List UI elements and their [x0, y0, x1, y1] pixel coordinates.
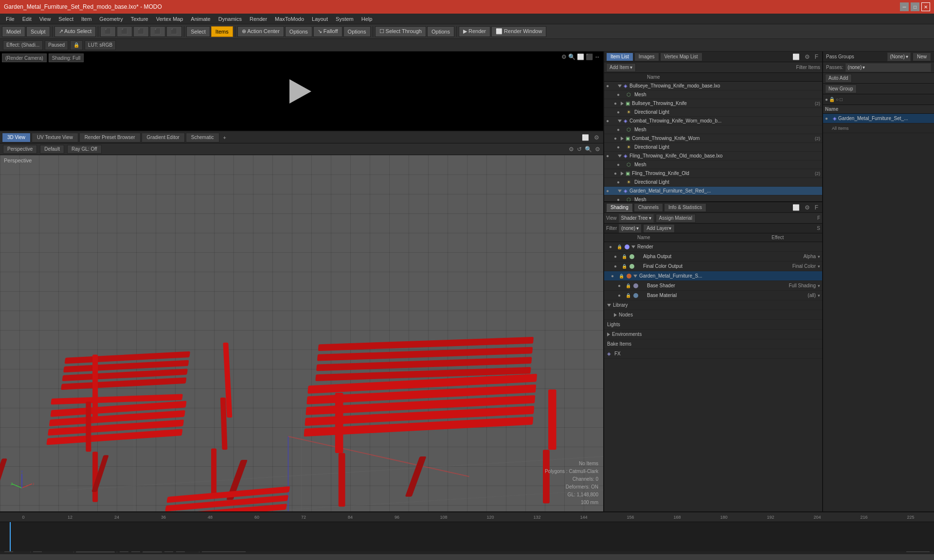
channels-tab[interactable]: Channels: [634, 203, 663, 212]
menu-system[interactable]: System: [332, 15, 358, 23]
preview-icon-2[interactable]: 🔍: [568, 53, 575, 60]
expand-arrow[interactable]: [621, 137, 624, 140]
shading-f-btn[interactable]: F: [817, 215, 820, 221]
menu-animate[interactable]: Animate: [187, 15, 214, 23]
expand-arrow[interactable]: [618, 190, 622, 192]
menu-help[interactable]: Help: [358, 15, 377, 23]
visibility-icon[interactable]: ●: [617, 109, 623, 115]
shading-option[interactable]: Shading: Full: [49, 53, 84, 62]
shading-filter[interactable]: F: [813, 204, 820, 211]
tab-render-preset[interactable]: Render Preset Browser: [79, 133, 141, 142]
menu-geometry[interactable]: Geometry: [95, 15, 126, 23]
select-tab-button[interactable]: Select: [186, 26, 210, 37]
add-layer-button[interactable]: Add Layer ▾: [643, 224, 675, 233]
expand-arrow[interactable]: [621, 172, 624, 175]
effect-dropdown[interactable]: ▾: [818, 293, 820, 298]
tab-schematic[interactable]: Schematic: [186, 133, 219, 142]
viewport-maximize-icon[interactable]: ⚙: [569, 146, 574, 153]
expand-tri[interactable]: [614, 313, 617, 317]
viewport-options-icon[interactable]: ⚙: [595, 146, 600, 153]
info-statistics-tab[interactable]: Info & Statistics: [664, 203, 706, 212]
viewport-settings-icon[interactable]: ⚙: [592, 134, 601, 141]
raygl-toggle[interactable]: Ray GL: Off: [67, 145, 102, 154]
list-item[interactable]: ● ◈ Garden_Metal_Furniture_Set_Red_...: [604, 187, 822, 195]
visibility-icon[interactable]: ●: [617, 179, 623, 185]
list-item[interactable]: ● ▣ Fling_Throwing_Knife_Old (2): [604, 169, 822, 178]
shading-settings[interactable]: ⚙: [803, 204, 812, 211]
add-viewport-tab[interactable]: +: [220, 135, 229, 140]
new-pass-group-button[interactable]: New: [913, 52, 931, 61]
tab-uv-texture[interactable]: UV Texture View: [32, 133, 78, 142]
expand-tri[interactable]: [607, 332, 610, 336]
shader-lock-icon[interactable]: 🔒: [626, 283, 631, 288]
tool-btn-5[interactable]: ⬛: [166, 26, 182, 37]
close-button[interactable]: ✕: [921, 2, 930, 11]
effect-dropdown[interactable]: ▾: [818, 254, 820, 259]
shading-expand[interactable]: ⬜: [790, 204, 802, 211]
visibility-icon[interactable]: ●: [617, 127, 623, 132]
items-tab-button[interactable]: Items: [211, 26, 233, 37]
viewport-fit-icon[interactable]: 🔍: [585, 146, 592, 153]
visibility-icon[interactable]: ●: [617, 162, 623, 167]
list-item[interactable]: ● ⬡ Mesh: [604, 160, 822, 169]
pass-groups-dropdown[interactable]: (None) ▾: [887, 52, 911, 61]
tool-btn-4[interactable]: ⬛: [150, 26, 165, 37]
tool-btn-3[interactable]: ⬛: [133, 26, 149, 37]
preview-icon-1[interactable]: ⚙: [561, 53, 567, 60]
fx-section[interactable]: ◈ FX: [604, 349, 822, 359]
perspective-dropdown[interactable]: Perspective: [3, 145, 37, 154]
group-row[interactable]: ● ◈ Garden_Metal_Furniture_Set_...: [823, 114, 934, 123]
shader-render-row[interactable]: ● 🔒 Render: [604, 242, 822, 252]
shader-lock-icon[interactable]: 🔒: [626, 293, 631, 298]
visibility-icon[interactable]: ●: [606, 188, 612, 193]
visibility-icon[interactable]: ●: [614, 101, 620, 106]
menu-item[interactable]: Item: [77, 15, 95, 23]
menu-texture[interactable]: Texture: [127, 15, 152, 23]
select-through-button[interactable]: ☐ Select Through: [375, 26, 426, 37]
sculpt-mode-button[interactable]: Sculpt: [26, 26, 50, 37]
preview-play-button[interactable]: [289, 79, 314, 104]
shader-base-material-row[interactable]: ● 🔒 Base Material (all) ▾: [604, 291, 822, 300]
tool-btn-1[interactable]: ⬛: [100, 26, 116, 37]
shader-lock-icon[interactable]: 🔒: [622, 264, 628, 269]
shader-garden-row[interactable]: ● 🔒 Garden_Metal_Furniture_S...: [604, 271, 822, 281]
maximize-button[interactable]: □: [911, 2, 919, 11]
lights-section[interactable]: Lights: [604, 320, 822, 330]
shader-alpha-row[interactable]: ● 🔒 Alpha Output Alpha ▾: [604, 252, 822, 262]
visibility-icon[interactable]: ●: [614, 136, 620, 141]
item-list-content[interactable]: ● ◈ Bullseye_Throwing_Knife_modo_base.lx…: [604, 82, 822, 201]
list-item[interactable]: ● ◈ Fling_Throwing_Knife_Old_modo_base.l…: [604, 152, 822, 160]
nodes-section[interactable]: Nodes: [604, 310, 822, 320]
shading-tab[interactable]: Shading: [606, 203, 633, 212]
groups-content[interactable]: ● ◈ Garden_Metal_Furniture_Set_... All I…: [823, 114, 934, 511]
menu-view[interactable]: View: [36, 15, 55, 23]
images-tab[interactable]: Images: [634, 52, 659, 61]
shader-eye-icon[interactable]: ●: [609, 244, 615, 249]
group-eye-icon[interactable]: ●: [825, 97, 828, 102]
filter-dropdown[interactable]: (none) ▾: [619, 224, 641, 233]
shader-eye-icon[interactable]: ●: [614, 263, 620, 269]
visibility-icon[interactable]: ●: [617, 92, 623, 97]
minimize-button[interactable]: ─: [900, 2, 909, 11]
effect-dropdown[interactable]: ▾: [818, 283, 820, 288]
expand-arrow[interactable]: [618, 85, 622, 88]
tab-gradient-editor[interactable]: Gradient Editor: [142, 133, 185, 142]
render-camera-option[interactable]: (Render Camera): [2, 53, 47, 62]
auto-add-button[interactable]: Auto Add: [825, 74, 852, 83]
model-mode-button[interactable]: Model: [2, 26, 25, 37]
list-item[interactable]: ● ☀ Directional Light: [604, 178, 822, 187]
expand-arrow[interactable]: [621, 102, 624, 105]
visibility-icon[interactable]: ●: [606, 118, 612, 123]
visibility-icon[interactable]: ●: [617, 197, 623, 201]
effect-dropdown[interactable]: ▾: [818, 264, 820, 269]
tab-3d-view[interactable]: 3D View: [2, 133, 31, 142]
timeline-playhead[interactable]: [10, 522, 11, 551]
options-button-3[interactable]: Options: [427, 26, 454, 37]
menu-maxtomodo[interactable]: MaxToModo: [271, 15, 308, 23]
preview-icon-4[interactable]: ⬛: [586, 53, 593, 60]
menu-vertex-map[interactable]: Vertex Map: [152, 15, 187, 23]
shader-lock-icon[interactable]: 🔒: [617, 245, 623, 249]
viewport-reset-icon[interactable]: ↺: [577, 146, 582, 153]
shader-final-color-row[interactable]: ● 🔒 Final Color Output Final Color ▾: [604, 262, 822, 271]
list-item[interactable]: ● ⬡ Mesh: [604, 125, 822, 134]
